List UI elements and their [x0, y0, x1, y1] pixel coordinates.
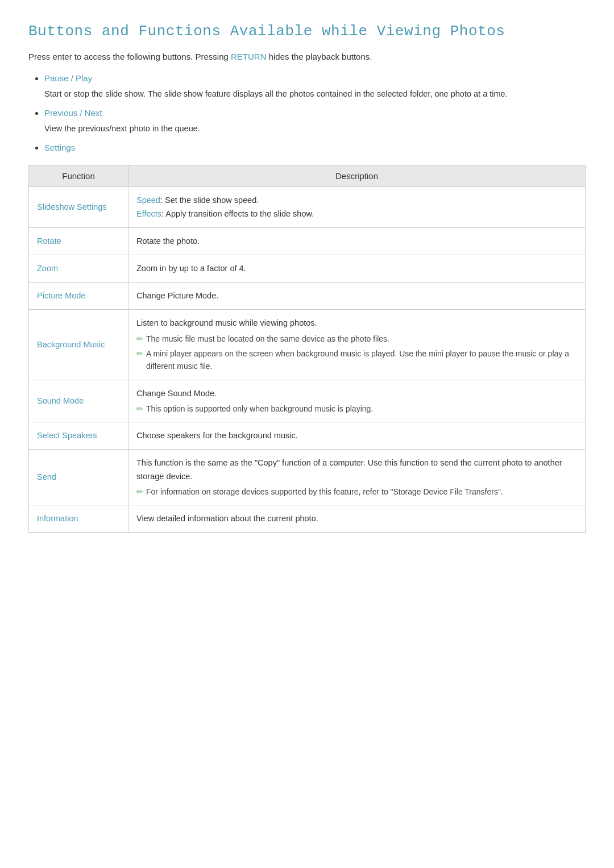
pencil-icon: ✏ — [136, 485, 143, 498]
pause-play-desc: Start or stop the slide show. The slide … — [44, 88, 586, 101]
desc-line: Effects: Apply transition effects to the… — [136, 207, 577, 221]
list-item-settings: Settings — [44, 141, 586, 155]
desc-main-text: Change Picture Mode. — [136, 289, 577, 302]
desc-main-text: Change Sound Mode. — [136, 387, 577, 400]
table-row: Select SpeakersChoose speakers for the b… — [29, 422, 586, 450]
table-cell-description: This function is the same as the "Copy" … — [128, 450, 586, 505]
table-cell-description: Change Sound Mode.✏This option is suppor… — [128, 380, 586, 422]
table-cell-description: Listen to background music while viewing… — [128, 310, 586, 380]
table-cell-function[interactable]: Slideshow Settings — [29, 187, 128, 227]
table-cell-function[interactable]: Sound Mode — [29, 380, 128, 422]
table-cell-function[interactable]: Background Music — [29, 310, 128, 380]
desc-main-text: Listen to background music while viewing… — [136, 317, 577, 330]
desc-link-label: Effects — [136, 209, 161, 218]
return-highlight: RETURN — [231, 52, 267, 61]
table-row: Picture ModeChange Picture Mode. — [29, 283, 586, 310]
settings-link[interactable]: Settings — [44, 143, 75, 152]
list-item-previous-next: Previous / Next View the previous/next p… — [44, 106, 586, 135]
table-header-row: Function Description — [29, 165, 586, 187]
desc-note: ✏A mini player appears on the screen whe… — [136, 347, 577, 373]
table-cell-function[interactable]: Picture Mode — [29, 283, 128, 310]
desc-link-label: Speed — [136, 196, 160, 205]
note-text: A mini player appears on the screen when… — [146, 347, 577, 373]
note-text: The music file must be located on the sa… — [146, 333, 389, 345]
table-cell-description: Rotate the photo. — [128, 227, 586, 255]
pencil-icon: ✏ — [136, 402, 143, 415]
desc-note: ✏The music file must be located on the s… — [136, 333, 577, 345]
intro-before: Press enter to access the following butt… — [28, 52, 231, 61]
table-cell-function[interactable]: Rotate — [29, 227, 128, 255]
list-item-pause-play: Pause / Play Start or stop the slide sho… — [44, 72, 586, 101]
functions-table: Function Description Slideshow SettingsS… — [28, 165, 586, 533]
desc-main-text: Choose speakers for the background music… — [136, 429, 577, 442]
intro-after: hides the playback buttons. — [267, 52, 372, 61]
table-cell-function[interactable]: Select Speakers — [29, 422, 128, 450]
desc-main-text: Rotate the photo. — [136, 235, 577, 248]
table-cell-description: View detailed information about the curr… — [128, 505, 586, 533]
table-cell-function[interactable]: Send — [29, 450, 128, 505]
table-row: ZoomZoom in by up to a factor of 4. — [29, 255, 586, 282]
previous-next-desc: View the previous/next photo in the queu… — [44, 122, 586, 135]
table-row: SendThis function is the same as the "Co… — [29, 450, 586, 505]
pencil-icon: ✏ — [136, 347, 143, 360]
desc-note: ✏This option is supported only when back… — [136, 402, 577, 415]
table-cell-description: Zoom in by up to a factor of 4. — [128, 255, 586, 282]
table-row: Background MusicListen to background mus… — [29, 310, 586, 380]
pause-play-link[interactable]: Pause / Play — [44, 73, 92, 83]
desc-note: ✏For information on storage devices supp… — [136, 485, 577, 498]
table-row: Slideshow SettingsSpeed: Set the slide s… — [29, 187, 586, 227]
table-cell-function[interactable]: Zoom — [29, 255, 128, 282]
table-row: RotateRotate the photo. — [29, 227, 586, 255]
previous-next-link[interactable]: Previous / Next — [44, 108, 102, 118]
table-row: Sound ModeChange Sound Mode.✏This option… — [29, 380, 586, 422]
table-cell-description: Speed: Set the slide show speed.Effects:… — [128, 187, 586, 227]
main-bullet-list: Pause / Play Start or stop the slide sho… — [28, 72, 586, 155]
intro-text: Press enter to access the following butt… — [28, 50, 586, 64]
page-title: Buttons and Functions Available while Vi… — [28, 23, 586, 40]
col-description: Description — [128, 165, 586, 187]
desc-main-text: View detailed information about the curr… — [136, 512, 577, 525]
desc-main-text: Zoom in by up to a factor of 4. — [136, 262, 577, 275]
desc-main-text: This function is the same as the "Copy" … — [136, 456, 577, 483]
pencil-icon: ✏ — [136, 333, 143, 345]
table-cell-function[interactable]: Information — [29, 505, 128, 533]
table-cell-description: Choose speakers for the background music… — [128, 422, 586, 450]
table-row: InformationView detailed information abo… — [29, 505, 586, 533]
table-cell-description: Change Picture Mode. — [128, 283, 586, 310]
desc-line: Speed: Set the slide show speed. — [136, 194, 577, 207]
note-text: This option is supported only when backg… — [146, 402, 373, 415]
col-function: Function — [29, 165, 128, 187]
note-text: For information on storage devices suppo… — [146, 485, 503, 498]
